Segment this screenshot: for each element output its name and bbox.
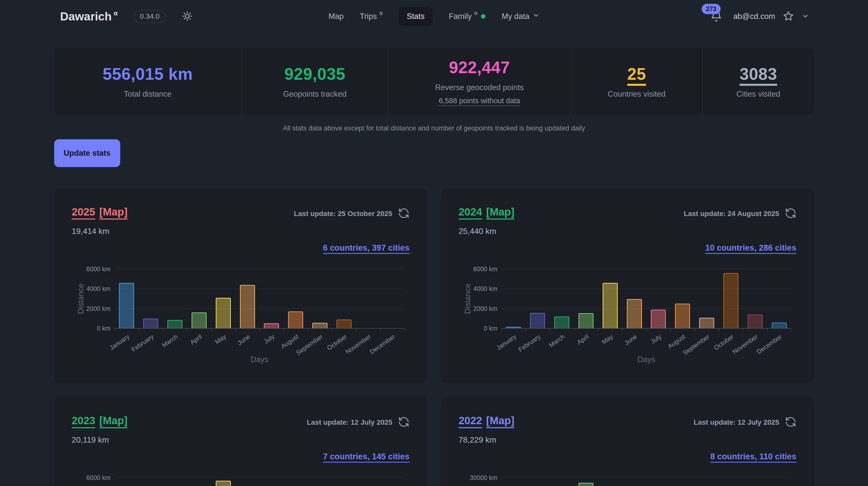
cities-visited-value[interactable]: 3083 — [740, 64, 777, 84]
bar-april — [191, 312, 207, 328]
total-distance-value: 556,015 km — [102, 64, 192, 84]
year-link[interactable]: 2023 — [72, 414, 95, 426]
year-card-header: 2022[Map] Last update: 12 July 2025 — [459, 397, 797, 429]
x-tick — [501, 328, 502, 331]
countries-cities-link[interactable]: 7 countries, 145 cities — [323, 452, 409, 461]
nav-item-map[interactable]: Map — [329, 12, 343, 21]
bar-september — [312, 323, 328, 328]
month-label: September — [682, 333, 711, 356]
gridline — [115, 478, 404, 478]
countries-cities-link[interactable]: 10 countries, 286 cities — [705, 243, 796, 252]
x-tick — [138, 328, 139, 331]
refresh-icon[interactable] — [398, 207, 409, 220]
bar-july — [651, 310, 666, 328]
month-label: April — [189, 333, 204, 346]
month-label: March — [160, 333, 179, 349]
bar-july — [264, 323, 279, 328]
brand-link[interactable]: Dawarichα — [60, 9, 118, 23]
last-update: Last update: 12 July 2025 — [693, 416, 796, 429]
year-map-link[interactable]: [Map] — [486, 206, 515, 218]
navbar: Dawarichα 0.34.0 Map — [54, 0, 814, 33]
month-label: March — [548, 333, 566, 349]
countries-cities-row: 10 countries, 286 cities — [459, 243, 797, 253]
stat-label: Cities visited — [737, 90, 780, 99]
stat-countries-visited: 25 Countries visited — [570, 48, 703, 115]
month-label: February — [130, 333, 155, 353]
nav-item-my-data[interactable]: My data — [502, 12, 539, 21]
alpha-sup: α — [474, 10, 477, 17]
year-card: 2022[Map] Last update: 12 July 2025 78,2… — [441, 397, 814, 486]
x-tick — [380, 328, 381, 331]
year-title: 2023[Map] — [72, 414, 127, 427]
y-tick-label: 0 km — [72, 325, 111, 332]
gridline — [115, 288, 404, 289]
year-map-link[interactable]: [Map] — [99, 206, 127, 218]
bar-august — [675, 304, 690, 328]
year-bar-chart: 0 km2000 km4000 km6000 kmJanuaryFebruary… — [72, 470, 409, 486]
year-map-link[interactable]: [Map] — [99, 414, 127, 426]
user-menu-chevron[interactable] — [802, 12, 809, 21]
x-tick — [259, 328, 260, 331]
last-update-text: Last update: 12 July 2025 — [693, 418, 779, 426]
year-link[interactable]: 2025 — [72, 206, 95, 218]
countries-cities-link[interactable]: 8 countries, 110 cities — [710, 452, 796, 461]
bar-january — [119, 283, 134, 328]
nav-item-family[interactable]: Familyα — [449, 12, 486, 21]
year-cards-grid: 2025[Map] Last update: 25 October 2025 1… — [54, 188, 814, 486]
bar-august — [288, 311, 303, 328]
year-map-link[interactable]: [Map] — [486, 414, 515, 426]
last-update-text: Last update: 12 July 2025 — [307, 418, 392, 426]
bar-january — [506, 327, 521, 328]
gridline — [501, 478, 792, 478]
countries-cities-link[interactable]: 6 countries, 397 cities — [323, 243, 409, 252]
stats-page: Dawarichα 0.34.0 Map — [0, 0, 868, 486]
update-stats-button[interactable]: Update stats — [54, 139, 120, 167]
refresh-icon[interactable] — [785, 416, 797, 429]
stats-update-note: All stats data above except for total di… — [54, 124, 814, 132]
favorite-button[interactable] — [783, 10, 794, 23]
navbar-right: 273 ab@cd.com — [710, 10, 814, 23]
year-card: 2024[Map] Last update: 24 August 2025 25… — [441, 188, 814, 383]
month-label: July — [262, 333, 276, 345]
nav-item-label: My data — [502, 12, 529, 21]
bar-april — [579, 483, 593, 486]
y-tick-label: 30000 km — [459, 474, 497, 482]
x-tick — [283, 328, 284, 331]
theme-toggle-button[interactable] — [182, 10, 193, 23]
stat-geopoints-tracked: 929,035 Geopoints tracked — [242, 48, 388, 115]
nav-item-trips[interactable]: Tripsα — [360, 12, 382, 21]
bar-november — [747, 314, 763, 328]
bar-february — [530, 313, 545, 328]
bar-october — [337, 319, 351, 328]
nav-item-stats-active[interactable]: Stats — [399, 7, 433, 26]
month-label: January — [495, 333, 518, 352]
notifications-button[interactable]: 273 — [710, 10, 722, 23]
bar-march — [167, 320, 183, 328]
year-distance: 25,440 km — [459, 227, 797, 236]
bar-may — [216, 481, 231, 486]
bar-september — [699, 318, 714, 328]
x-tick — [163, 328, 163, 331]
gridline — [501, 269, 792, 269]
x-tick — [115, 328, 115, 331]
sun-icon — [182, 10, 193, 23]
user-email[interactable]: ab@cd.com — [734, 12, 775, 21]
year-link[interactable]: 2022 — [459, 414, 482, 426]
x-tick — [550, 328, 550, 331]
x-tick — [767, 328, 768, 331]
x-tick — [671, 328, 671, 331]
refresh-icon[interactable] — [398, 416, 409, 429]
points-without-data-link[interactable]: 6,588 points without data — [439, 97, 520, 105]
refresh-icon[interactable] — [785, 207, 797, 220]
last-update: Last update: 12 July 2025 — [307, 416, 409, 429]
month-label: June — [623, 333, 639, 347]
month-label: May — [214, 333, 227, 346]
x-tick — [187, 328, 187, 331]
bar-february — [143, 318, 158, 328]
chevron-down-icon — [529, 12, 539, 21]
countries-visited-value[interactable]: 25 — [627, 64, 646, 84]
stat-total-distance: 556,015 km Total distance — [54, 48, 242, 115]
year-link[interactable]: 2024 — [459, 206, 482, 218]
year-distance: 19,414 km — [72, 227, 409, 236]
star-icon — [783, 10, 794, 23]
